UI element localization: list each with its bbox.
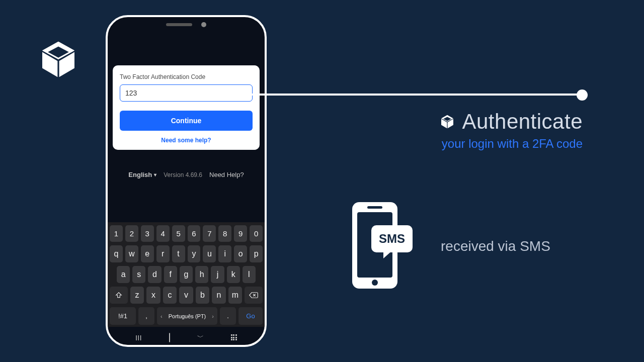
go-key[interactable]: Go	[238, 307, 263, 325]
key-y[interactable]: y	[188, 245, 201, 262]
key-a[interactable]: a	[117, 266, 130, 283]
key-6[interactable]: 6	[188, 225, 201, 242]
continue-button[interactable]: Continue	[120, 111, 253, 131]
sms-caption: received via SMS	[441, 238, 550, 254]
key-p[interactable]: p	[250, 245, 263, 262]
key-0[interactable]: 0	[250, 225, 263, 242]
cube-logo	[38, 39, 78, 79]
dot-key[interactable]: .	[220, 307, 236, 325]
headline-title: Authenticate	[462, 110, 583, 134]
android-navbar: III ﹀	[108, 333, 265, 342]
key-4[interactable]: 4	[156, 225, 170, 242]
sms-phone-icon: SMS	[349, 200, 415, 293]
key-j[interactable]: j	[211, 266, 224, 283]
phone-frame: Two Factor Authentication Code Continue …	[106, 15, 267, 347]
chevron-left-icon: ‹	[160, 313, 163, 319]
language-label: English	[128, 171, 152, 178]
key-e[interactable]: e	[141, 245, 154, 262]
key-o[interactable]: o	[234, 245, 247, 262]
key-5[interactable]: 5	[172, 225, 185, 242]
key-f[interactable]: f	[164, 266, 177, 283]
soft-keyboard: 1 2 3 4 5 6 7 8 9 0 q w e r t y u i o p …	[108, 222, 265, 327]
key-m[interactable]: m	[228, 287, 243, 304]
home-button[interactable]	[169, 333, 170, 342]
language-key[interactable]: ‹ Português (PT) ›	[157, 307, 217, 325]
key-s[interactable]: s	[132, 266, 145, 283]
need-help-link[interactable]: Need some help?	[120, 137, 253, 144]
back-button[interactable]: ﹀	[197, 333, 204, 342]
connector-line	[250, 94, 585, 96]
need-help-footer[interactable]: Need Help?	[209, 171, 244, 178]
keyboard-language-label: Português (PT)	[169, 313, 206, 319]
chevron-down-icon: ▾	[154, 172, 156, 177]
two-factor-dialog: Two Factor Authentication Code Continue …	[113, 65, 260, 150]
recent-apps-button[interactable]: III	[135, 333, 142, 342]
key-x[interactable]: x	[146, 287, 160, 304]
key-l[interactable]: l	[243, 266, 256, 283]
headline-block: Authenticate your login with a 2FA code	[440, 110, 583, 151]
key-row-a: a s d f g h j k l	[110, 266, 263, 283]
key-r[interactable]: r	[156, 245, 170, 262]
code-input[interactable]	[120, 84, 253, 102]
key-1[interactable]: 1	[110, 225, 123, 242]
shift-icon	[115, 292, 122, 299]
svg-rect-11	[367, 206, 382, 209]
key-b[interactable]: b	[196, 287, 210, 304]
sms-badge-text: SMS	[379, 232, 405, 245]
backspace-icon	[249, 292, 258, 299]
version-label: Version 4.69.6	[164, 171, 202, 178]
key-v[interactable]: v	[179, 287, 193, 304]
meta-row: English ▾ Version 4.69.6 Need Help?	[108, 171, 265, 178]
key-z[interactable]: z	[130, 287, 144, 304]
dialog-label: Two Factor Authentication Code	[120, 73, 253, 80]
key-h[interactable]: h	[195, 266, 208, 283]
key-q[interactable]: q	[110, 245, 123, 262]
key-9[interactable]: 9	[234, 225, 247, 242]
svg-point-12	[372, 280, 378, 286]
connector-dot	[577, 89, 588, 101]
key-row-bottom: !#1 , ‹ Português (PT) › . Go	[110, 307, 263, 325]
key-row-q: q w e r t y u i o p	[110, 245, 263, 262]
key-8[interactable]: 8	[218, 225, 231, 242]
key-i[interactable]: i	[218, 245, 231, 262]
key-c[interactable]: c	[163, 287, 177, 304]
shift-key[interactable]	[110, 287, 128, 304]
key-3[interactable]: 3	[141, 225, 154, 242]
symbols-key[interactable]: !#1	[110, 307, 136, 325]
key-7[interactable]: 7	[203, 225, 216, 242]
key-row-z: z x c v b n m	[110, 287, 263, 304]
key-k[interactable]: k	[227, 266, 240, 283]
chevron-right-icon: ›	[212, 313, 214, 319]
key-u[interactable]: u	[203, 245, 216, 262]
phone-notch	[166, 22, 206, 27]
cube-icon-small	[440, 114, 455, 129]
key-t[interactable]: t	[172, 245, 185, 262]
sms-block: SMS received via SMS	[349, 200, 550, 293]
key-2[interactable]: 2	[125, 225, 138, 242]
headline-subtitle: your login with a 2FA code	[440, 137, 583, 151]
keyboard-switch-button[interactable]	[231, 334, 237, 340]
key-row-numbers: 1 2 3 4 5 6 7 8 9 0	[110, 225, 263, 242]
language-selector[interactable]: English ▾	[128, 171, 156, 178]
comma-key[interactable]: ,	[138, 307, 154, 325]
key-w[interactable]: w	[125, 245, 138, 262]
key-d[interactable]: d	[148, 266, 161, 283]
key-n[interactable]: n	[212, 287, 226, 304]
backspace-key[interactable]	[245, 287, 263, 304]
key-g[interactable]: g	[180, 266, 193, 283]
